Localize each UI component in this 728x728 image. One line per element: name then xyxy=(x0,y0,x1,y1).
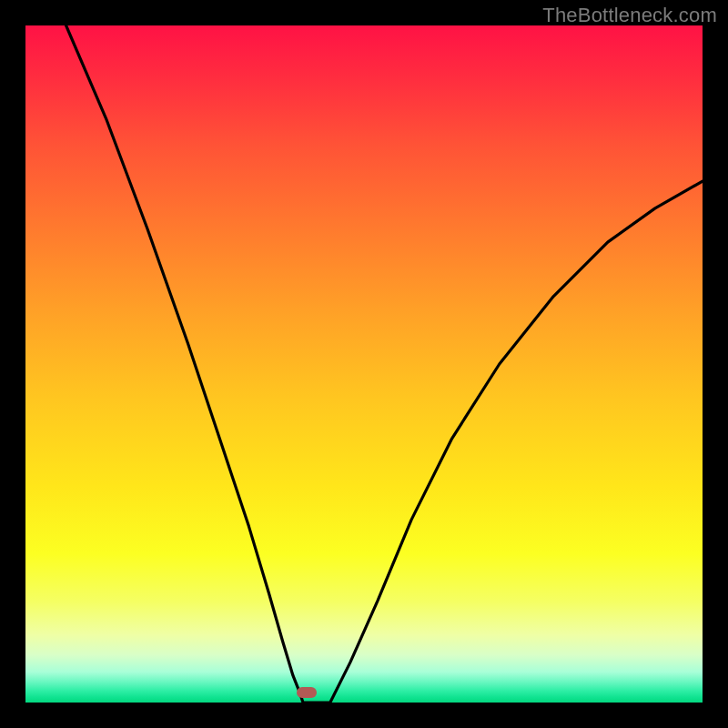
chart-frame: TheBottleneck.com xyxy=(0,0,728,728)
plot-area xyxy=(25,25,703,703)
minimum-marker xyxy=(297,687,317,698)
watermark-text: TheBottleneck.com xyxy=(542,4,717,27)
bottleneck-curve xyxy=(25,25,703,703)
